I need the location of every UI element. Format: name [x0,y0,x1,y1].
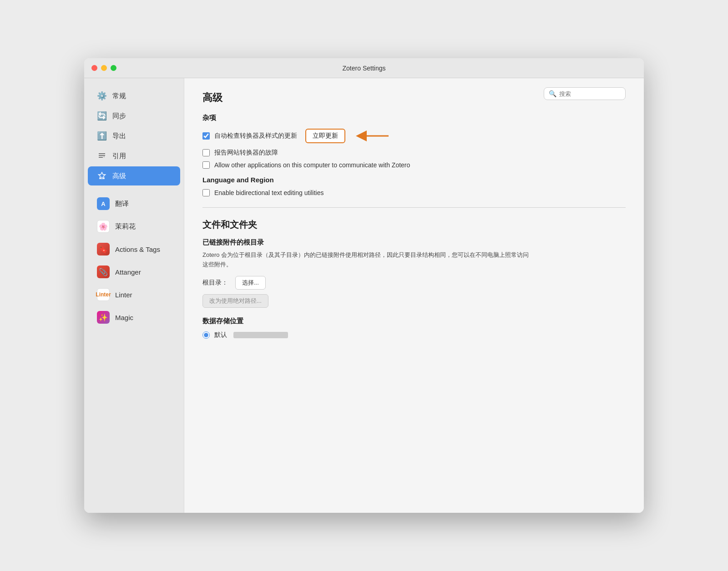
app-window: Zotero Settings ⚙️ 常规 🔄 同步 ⬆️ 导出 [84,58,644,513]
sidebar-label-cite: 引用 [112,152,126,160]
sidebar-item-translate[interactable]: A 翻译 [88,193,180,215]
sidebar-label-general: 常规 [112,92,126,100]
section-divider [202,207,626,208]
abs-path-button[interactable]: 改为使用绝对路径... [202,294,268,308]
gear-icon: ⚙️ [97,91,107,101]
sidebar-item-linter[interactable]: Linter Linter [88,284,180,306]
bidi-checkbox[interactable] [202,189,210,196]
auto-check-label: 自动检查转换器及样式的更新 [214,132,297,140]
language-options: Enable bidirectional text editing utilit… [202,189,626,196]
language-section-title: Language and Region [202,176,626,184]
sidebar-item-attanger[interactable]: 📎 Attanger [88,261,180,283]
root-dir-label: 根目录： [202,279,228,287]
sidebar-item-actions-tags[interactable]: 🔖 Actions & Tags [88,238,180,260]
translate-plugin-icon: A [97,197,110,210]
data-storage-title: 数据存储位置 [202,317,626,326]
sidebar-label-sync: 同步 [112,112,126,120]
sidebar-item-magic[interactable]: ✨ Magic [88,306,180,328]
sync-icon: 🔄 [97,111,107,121]
sidebar-label-linter: Linter [115,291,132,299]
update-now-button[interactable]: 立即更新 [305,129,345,143]
sidebar-label-export: 导出 [112,132,126,140]
arrow-annotation [354,128,391,144]
root-dir-row: 根目录： 选择... [202,276,626,290]
actions-tags-plugin-icon: 🔖 [97,243,110,255]
search-input[interactable] [559,90,621,97]
misc-section-title: 杂项 [202,114,626,122]
maximize-button[interactable] [111,65,116,71]
sidebar-label-attanger: Attanger [115,268,141,276]
allow-other-apps-checkbox[interactable] [202,161,210,169]
cite-icon: " [97,151,107,161]
report-translator-checkbox[interactable] [202,149,210,156]
choose-button[interactable]: 选择... [235,276,266,290]
sidebar-item-export[interactable]: ⬆️ 导出 [88,126,180,145]
content-area: 🔍 高级 杂项 自动检查转换器及样式的更新 立即更新 [184,78,644,513]
linked-files-title: 已链接附件的根目录 [202,238,626,247]
magic-plugin-icon: ✨ [97,311,110,324]
option-row-auto-check: 自动检查转换器及样式的更新 立即更新 [202,128,626,144]
auto-check-checkbox[interactable] [202,132,210,140]
sidebar-label-translate: 翻译 [115,200,129,208]
advanced-icon [97,171,107,181]
sidebar-label-jasmine: 茉莉花 [115,222,136,231]
bidi-label: Enable bidirectional text editing utilit… [214,189,324,196]
search-icon: 🔍 [549,90,556,97]
linked-files-description: Zotero 会为位于根目录（及其子目录）内的已链接附件使用相对路径，因此只要目… [202,250,530,270]
search-bar[interactable]: 🔍 [544,87,626,100]
window-title: Zotero Settings [343,65,386,72]
storage-value-bar [233,332,288,338]
svg-text:": " [103,156,105,160]
report-translator-label: 报告网站转换器的故障 [214,149,278,157]
jasmine-plugin-icon: 🌸 [97,220,110,233]
allow-other-apps-label: Allow other applications on this compute… [214,161,410,169]
main-layout: ⚙️ 常规 🔄 同步 ⬆️ 导出 " [84,78,644,513]
minimize-button[interactable] [101,65,107,71]
option-row-bidi: Enable bidirectional text editing utilit… [202,189,626,196]
sidebar-label-actions-tags: Actions & Tags [115,245,160,253]
sidebar-label-magic: Magic [115,314,133,321]
storage-default-radio[interactable] [202,331,210,339]
attanger-plugin-icon: 📎 [97,265,110,278]
sidebar-item-general[interactable]: ⚙️ 常规 [88,86,180,105]
sidebar-item-jasmine[interactable]: 🌸 茉莉花 [88,215,180,237]
titlebar: Zotero Settings [84,58,644,78]
storage-default-label: 默认 [214,331,227,339]
sidebar-label-advanced: 高级 [112,172,126,180]
option-row-report-translator: 报告网站转换器的故障 [202,149,626,157]
export-icon: ⬆️ [97,131,107,141]
misc-options: 自动检查转换器及样式的更新 立即更新 [202,128,626,169]
sidebar: ⚙️ 常规 🔄 同步 ⬆️ 导出 " [84,78,184,513]
sidebar-item-cite[interactable]: " 引用 [88,146,180,165]
sidebar-item-advanced[interactable]: 高级 [88,166,180,185]
traffic-lights [91,65,116,71]
close-button[interactable] [91,65,97,71]
sidebar-item-sync[interactable]: 🔄 同步 [88,106,180,125]
files-section-title: 文件和文件夹 [202,219,626,231]
linter-plugin-icon: Linter [97,288,110,301]
radio-row-default: 默认 [202,331,626,339]
option-row-allow-other-apps: Allow other applications on this compute… [202,161,626,169]
